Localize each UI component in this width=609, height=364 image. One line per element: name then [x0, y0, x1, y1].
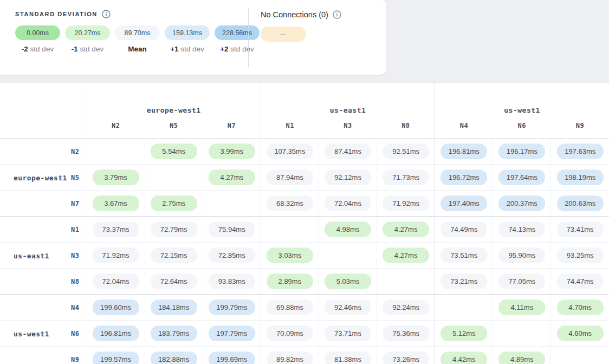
- latency-cell: 68.32ms: [261, 191, 319, 217]
- latency-pill[interactable]: 73.41ms: [557, 222, 604, 237]
- latency-cell: 184.18ms: [145, 295, 203, 321]
- latency-pill[interactable]: 199.79ms: [209, 300, 255, 315]
- latency-pill[interactable]: 71.73ms: [383, 170, 429, 185]
- info-icon[interactable]: [333, 10, 341, 19]
- latency-pill[interactable]: 93.83ms: [209, 274, 255, 289]
- latency-pill[interactable]: 196.72ms: [440, 170, 487, 185]
- latency-cell: 199.60ms: [87, 295, 145, 321]
- latency-pill[interactable]: 197.40ms: [440, 196, 487, 211]
- row-region-label: us-east1: [14, 251, 49, 259]
- latency-pill[interactable]: 72.85ms: [209, 248, 255, 263]
- latency-pill[interactable]: 4.60ms: [557, 326, 604, 341]
- latency-pill[interactable]: 74.47ms: [557, 274, 604, 289]
- latency-pill[interactable]: 74.49ms: [440, 222, 487, 237]
- latency-pill[interactable]: 73.21ms: [440, 274, 487, 289]
- latency-pill[interactable]: 197.63ms: [557, 144, 604, 159]
- latency-pill[interactable]: 3.67ms: [93, 196, 139, 211]
- latency-pill[interactable]: 3.99ms: [209, 144, 255, 159]
- latency-pill[interactable]: 196.81ms: [93, 326, 139, 341]
- latency-pill[interactable]: 2.75ms: [151, 196, 197, 211]
- latency-pill[interactable]: 4.27ms: [209, 170, 255, 185]
- no-connections-section: No Connections (0) --: [249, 0, 341, 75]
- latency-pill[interactable]: 73.51ms: [440, 248, 487, 263]
- latency-pill[interactable]: 73.37ms: [93, 222, 139, 237]
- latency-pill[interactable]: 73.26ms: [383, 352, 429, 364]
- latency-cell: 183.79ms: [145, 321, 203, 347]
- latency-pill[interactable]: 87.94ms: [267, 170, 313, 185]
- latency-pill[interactable]: 4.98ms: [325, 222, 371, 237]
- latency-pill[interactable]: 198.19ms: [557, 170, 604, 185]
- latency-pill[interactable]: 5.54ms: [151, 144, 197, 159]
- matrix-row: us-east1N371.92ms72.15ms72.85ms3.03ms4.2…: [0, 243, 609, 269]
- latency-pill[interactable]: 87.41ms: [325, 144, 371, 159]
- matrix-row: N173.37ms72.79ms75.94ms4.98ms4.27ms74.49…: [0, 217, 609, 243]
- latency-pill[interactable]: 4.89ms: [498, 352, 545, 364]
- latency-pill[interactable]: 77.05ms: [498, 274, 545, 289]
- latency-pill[interactable]: 72.04ms: [325, 196, 371, 211]
- latency-pill[interactable]: 93.25ms: [557, 248, 604, 263]
- latency-pill[interactable]: 70.09ms: [267, 326, 313, 341]
- no-connections-pill[interactable]: --: [261, 27, 306, 42]
- matrix-row: N25.54ms3.99ms107.35ms87.41ms92.51ms196.…: [0, 139, 609, 165]
- latency-pill[interactable]: 92.12ms: [325, 170, 371, 185]
- latency-pill[interactable]: 72.79ms: [151, 222, 197, 237]
- latency-pill[interactable]: 107.35ms: [267, 144, 313, 159]
- latency-pill[interactable]: 92.51ms: [383, 144, 429, 159]
- latency-pill[interactable]: 200.37ms: [498, 196, 545, 211]
- latency-pill[interactable]: 2.89ms: [267, 274, 313, 289]
- latency-pill[interactable]: 4.11ms: [498, 300, 545, 315]
- legend-pill[interactable]: 89.70ms: [115, 25, 160, 40]
- latency-pill[interactable]: 75.36ms: [383, 326, 429, 341]
- legend-pill[interactable]: 159.13ms: [165, 25, 210, 40]
- legend-pill[interactable]: 20.27ms: [65, 25, 110, 40]
- latency-pill[interactable]: 196.81ms: [440, 144, 487, 159]
- latency-cell: 71.92ms: [87, 243, 145, 269]
- latency-pill[interactable]: 75.94ms: [209, 222, 255, 237]
- latency-pill[interactable]: 72.04ms: [93, 274, 139, 289]
- latency-pill[interactable]: 89.82ms: [267, 352, 313, 364]
- latency-pill[interactable]: 71.92ms: [93, 248, 139, 263]
- latency-pill[interactable]: 72.64ms: [151, 274, 197, 289]
- latency-pill[interactable]: 199.60ms: [93, 300, 139, 315]
- latency-pill[interactable]: 73.71ms: [325, 326, 371, 341]
- latency-pill[interactable]: 69.88ms: [267, 300, 313, 315]
- latency-pill[interactable]: 92.46ms: [325, 300, 371, 315]
- latency-pill[interactable]: 183.79ms: [151, 326, 197, 341]
- latency-pill[interactable]: 197.79ms: [209, 326, 255, 341]
- latency-pill[interactable]: 200.63ms: [557, 196, 604, 211]
- self-latency-cell: [261, 217, 319, 243]
- latency-pill[interactable]: 5.12ms: [440, 326, 487, 341]
- latency-cell: 107.35ms: [261, 139, 319, 165]
- latency-pill[interactable]: 199.57ms: [93, 352, 139, 364]
- legend-pill[interactable]: 0.00ms: [15, 25, 60, 40]
- self-latency-cell: [435, 295, 493, 321]
- latency-pill[interactable]: 182.88ms: [151, 352, 197, 364]
- latency-pill[interactable]: 199.69ms: [209, 352, 255, 364]
- self-latency-cell: [87, 139, 145, 165]
- latency-pill[interactable]: 3.79ms: [93, 170, 139, 185]
- latency-pill[interactable]: 184.18ms: [151, 300, 197, 315]
- latency-pill[interactable]: 4.42ms: [440, 352, 487, 364]
- latency-pill[interactable]: 4.70ms: [557, 300, 604, 315]
- latency-pill[interactable]: 72.15ms: [151, 248, 197, 263]
- latency-cell: 73.21ms: [435, 269, 493, 295]
- latency-pill[interactable]: 197.64ms: [498, 170, 545, 185]
- latency-cell: 73.41ms: [551, 217, 609, 243]
- legend-label: -2 std dev: [15, 45, 60, 53]
- matrix-corner-cell: [0, 83, 87, 139]
- column-region-header: us-east1: [261, 83, 435, 120]
- latency-pill[interactable]: 71.92ms: [383, 196, 429, 211]
- latency-pill[interactable]: 81.38ms: [325, 352, 371, 364]
- latency-pill[interactable]: 4.27ms: [383, 248, 429, 263]
- latency-pill[interactable]: 4.27ms: [383, 222, 429, 237]
- latency-pill[interactable]: 5.03ms: [325, 274, 371, 289]
- info-icon[interactable]: [102, 10, 111, 18]
- latency-pill[interactable]: 92.24ms: [383, 300, 429, 315]
- latency-cell: 92.51ms: [377, 139, 435, 165]
- latency-pill[interactable]: 196.17ms: [498, 144, 545, 159]
- latency-pill[interactable]: 74.13ms: [498, 222, 545, 237]
- latency-pill[interactable]: 3.03ms: [267, 248, 313, 263]
- latency-pill[interactable]: 68.32ms: [267, 196, 313, 211]
- self-latency-cell: [319, 243, 377, 269]
- latency-pill[interactable]: 95.90ms: [498, 248, 545, 263]
